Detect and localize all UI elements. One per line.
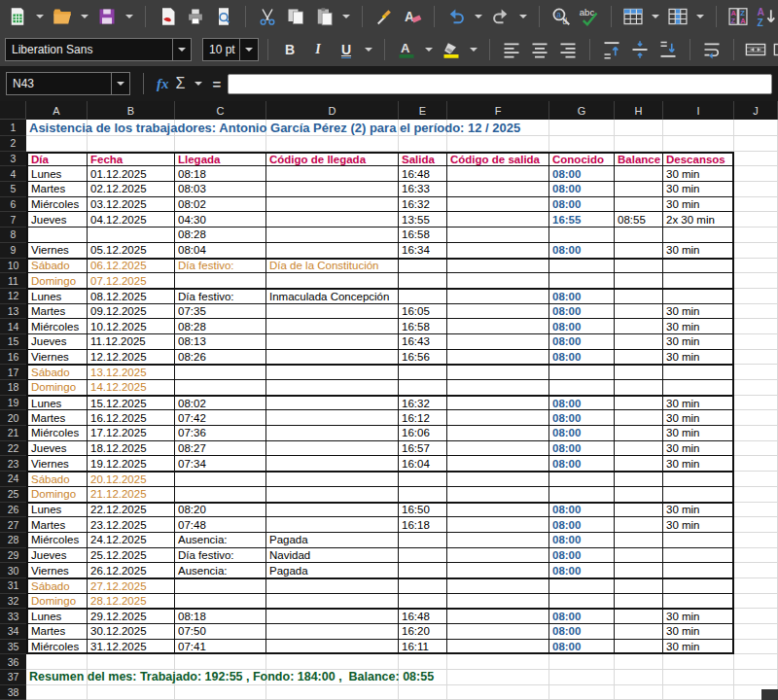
cell-codigo-llegada[interactable] [266, 503, 399, 518]
cell-fecha[interactable]: 25.12.2025 [88, 548, 175, 564]
cell-codigo-llegada[interactable] [266, 410, 399, 426]
cell-llegada[interactable]: 07:41 [175, 640, 266, 655]
cell-llegada[interactable] [175, 578, 266, 594]
cell[interactable] [447, 136, 549, 152]
cell-conocido[interactable] [549, 472, 615, 487]
insert-columns-icon[interactable] [665, 4, 690, 29]
open-dropdown[interactable] [81, 15, 88, 18]
cell-descansos[interactable]: 30 min [663, 304, 734, 320]
cell-dia[interactable]: Domingo [26, 273, 88, 289]
cell[interactable] [734, 456, 778, 472]
sum-icon[interactable]: Σ [176, 75, 186, 92]
name-box[interactable]: N43 [6, 72, 130, 95]
cell-salida[interactable]: 16:48 [399, 609, 447, 624]
cell-balance[interactable] [615, 273, 663, 289]
row-header[interactable]: 16 [0, 350, 26, 366]
cell-descansos[interactable]: 30 min [663, 410, 734, 426]
cell-salida[interactable]: 16:50 [399, 503, 447, 518]
cell-balance[interactable] [615, 304, 663, 320]
column-header-b[interactable]: B [88, 101, 175, 120]
cell[interactable] [734, 273, 778, 289]
cell-fecha[interactable]: 15.12.2025 [88, 396, 175, 411]
cell-conocido[interactable]: 08:00 [549, 503, 615, 518]
undo-icon[interactable] [443, 4, 469, 29]
cell[interactable] [734, 503, 778, 518]
cell-balance[interactable] [615, 182, 663, 197]
cell-llegada[interactable]: 08:02 [175, 396, 266, 411]
column-header-i[interactable]: I [663, 101, 734, 120]
cell-balance[interactable] [615, 563, 663, 578]
cell-balance[interactable] [615, 487, 663, 503]
row-header[interactable]: 33 [0, 609, 26, 624]
new-dropdown[interactable] [36, 15, 44, 18]
cell-balance[interactable] [615, 594, 663, 610]
cell-llegada[interactable]: 07:42 [175, 410, 266, 426]
row-header[interactable]: 35 [0, 640, 26, 655]
cell-descansos[interactable]: 30 min [663, 396, 734, 411]
cell-salida[interactable]: 16:11 [399, 640, 447, 655]
cell[interactable] [549, 136, 615, 152]
cell-descansos[interactable] [663, 533, 734, 548]
cell-codigo-llegada[interactable]: Inmaculada Concepción [266, 289, 399, 304]
cell-balance[interactable]: 08:55 [615, 212, 663, 228]
cell[interactable] [734, 243, 778, 259]
cell[interactable] [734, 166, 778, 182]
cell-balance[interactable] [615, 578, 663, 594]
cell[interactable] [663, 120, 734, 136]
cell-descansos[interactable] [663, 289, 734, 304]
cell-llegada[interactable]: 08:18 [175, 609, 266, 624]
header-balance[interactable]: Balance [615, 152, 663, 167]
cell-balance[interactable] [615, 319, 663, 334]
header-fecha[interactable]: Fecha [88, 152, 175, 167]
undo-dropdown[interactable] [475, 15, 482, 18]
cell-dia[interactable]: Domingo [26, 380, 88, 396]
cell[interactable] [734, 152, 778, 167]
cell[interactable] [734, 670, 778, 685]
cell-conocido[interactable]: 16:55 [549, 212, 615, 228]
cell-conocido[interactable]: 08:00 [549, 624, 615, 640]
cell[interactable] [447, 120, 549, 136]
cell-salida[interactable] [399, 594, 447, 610]
row-header[interactable]: 15 [0, 334, 26, 350]
cell-llegada[interactable]: 08:26 [175, 350, 266, 366]
cell-dia[interactable]: Jueves [26, 334, 88, 350]
cell[interactable] [734, 624, 778, 640]
cell-conocido[interactable] [549, 487, 615, 503]
row-header[interactable]: 36 [0, 654, 26, 670]
sort-ascending-icon[interactable]: AZ [754, 4, 778, 29]
cell-llegada[interactable]: Ausencia: [175, 533, 266, 548]
cell[interactable] [734, 319, 778, 334]
column-header-c[interactable]: C [175, 101, 266, 120]
cell-codigo-salida[interactable] [447, 166, 549, 182]
cell-codigo-salida[interactable] [447, 396, 549, 411]
function-wizard-icon[interactable]: fx [157, 76, 169, 92]
cell-salida[interactable]: 16:12 [399, 410, 447, 426]
clone-formatting-icon[interactable] [371, 4, 397, 29]
cell-fecha[interactable]: 02.12.2025 [88, 182, 175, 197]
cell-fecha[interactable]: 29.12.2025 [88, 609, 175, 624]
cell-fecha[interactable]: 06.12.2025 [88, 259, 175, 274]
cell-balance[interactable] [615, 609, 663, 624]
cell-llegada[interactable]: 08:20 [175, 503, 266, 518]
cell-salida[interactable]: 16:32 [399, 197, 447, 213]
cell[interactable] [734, 289, 778, 304]
row-header[interactable]: 23 [0, 456, 26, 472]
cell[interactable] [734, 350, 778, 366]
cell-codigo-salida[interactable] [447, 456, 549, 472]
cell-codigo-llegada[interactable] [266, 319, 399, 334]
cell-dia[interactable]: Jueves [26, 441, 88, 457]
cell[interactable] [615, 685, 663, 700]
cell-fecha[interactable]: 23.12.2025 [88, 517, 175, 533]
cell[interactable] [26, 654, 88, 670]
row-header[interactable]: 14 [0, 319, 26, 334]
cell[interactable] [734, 304, 778, 320]
cell-llegada[interactable]: Día festivo: [175, 259, 266, 274]
cell-dia[interactable]: Sábado [26, 259, 88, 274]
cell[interactable] [734, 182, 778, 197]
cell[interactable] [447, 670, 549, 685]
align-top-icon[interactable] [599, 37, 624, 62]
align-right-icon[interactable] [555, 37, 581, 62]
cell-descansos[interactable]: 30 min [663, 609, 734, 624]
row-header[interactable]: 10 [0, 259, 26, 274]
copy-icon[interactable] [283, 4, 308, 29]
